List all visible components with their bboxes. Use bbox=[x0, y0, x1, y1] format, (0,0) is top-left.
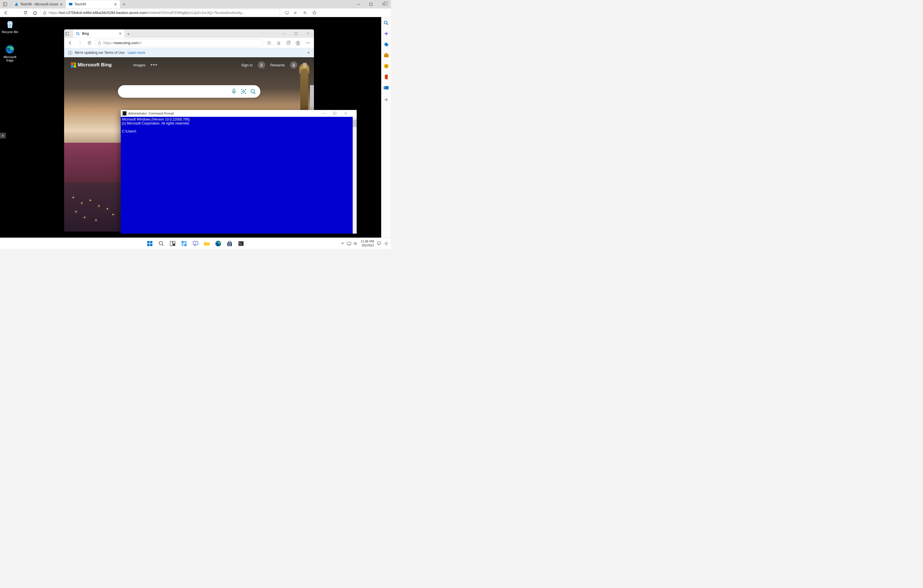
inner-favorites-bar-icon[interactable] bbox=[274, 39, 283, 47]
bastion-clipboard-handle[interactable]: » bbox=[0, 133, 6, 138]
sidebar-collapse-icon[interactable] bbox=[382, 0, 389, 7]
start-button[interactable] bbox=[145, 239, 154, 248]
close-icon[interactable]: ✕ bbox=[119, 31, 122, 36]
bing-search-box[interactable] bbox=[118, 85, 260, 98]
discover-sidebar-icon[interactable] bbox=[383, 31, 389, 36]
inner-refresh-button[interactable] bbox=[85, 39, 94, 47]
svg-point-50 bbox=[70, 52, 71, 52]
home-button[interactable] bbox=[31, 9, 39, 17]
widgets-icon[interactable] bbox=[179, 239, 189, 248]
browser-tab-azure[interactable]: TestVM - Microsoft Azure ✕ bbox=[11, 0, 66, 8]
edge-desktop-icon[interactable]: Microsoft Edge bbox=[0, 44, 20, 62]
search-submit-icon[interactable] bbox=[248, 87, 258, 96]
inner-profile-icon[interactable] bbox=[294, 39, 302, 47]
svg-rect-86 bbox=[238, 241, 243, 246]
new-tab-button[interactable]: + bbox=[120, 2, 128, 7]
cmd-body[interactable]: Microsoft Windows [Version 10.0.22000.79… bbox=[121, 117, 356, 233]
network-icon[interactable] bbox=[347, 241, 351, 246]
svg-rect-78 bbox=[204, 243, 210, 246]
tab-title: TestVM - Microsoft Azure bbox=[20, 2, 58, 6]
back-button[interactable] bbox=[2, 9, 10, 17]
inner-tab-title: Bing bbox=[82, 31, 89, 36]
tools-sidebar-icon[interactable] bbox=[383, 53, 389, 58]
svg-rect-65 bbox=[147, 244, 149, 246]
svg-rect-74 bbox=[181, 244, 184, 246]
bing-nav-more-icon[interactable]: ••• bbox=[151, 62, 158, 68]
tab-actions-icon[interactable] bbox=[1, 0, 9, 8]
visual-search-icon[interactable] bbox=[239, 87, 248, 96]
settings-icon[interactable] bbox=[384, 241, 389, 246]
svg-line-34 bbox=[79, 34, 80, 35]
bing-logo[interactable]: Microsoft Bing bbox=[71, 62, 112, 68]
browser-tab-testvm[interactable]: TestVM ✕ bbox=[66, 0, 120, 8]
lock-icon bbox=[98, 41, 101, 45]
svg-rect-63 bbox=[147, 241, 149, 243]
terms-learn-more-link[interactable]: Learn more bbox=[128, 51, 145, 55]
remote-desktop-viewport[interactable]: Recycle Bin Microsoft Edge » Bing ✕ + bbox=[0, 17, 381, 238]
windows-taskbar: 11:06 PM 8/5/2022 bbox=[0, 238, 391, 249]
bing-rewards-icon[interactable] bbox=[290, 61, 297, 69]
svg-text:O: O bbox=[384, 87, 386, 89]
taskbar-clock[interactable]: 11:06 PM 8/5/2022 bbox=[361, 240, 374, 247]
chat-icon[interactable] bbox=[191, 239, 200, 248]
search-sidebar-icon[interactable] bbox=[383, 20, 389, 26]
cmd-minimize-button[interactable] bbox=[322, 112, 333, 115]
inner-browser-tab[interactable]: Bing ✕ bbox=[73, 30, 125, 38]
bing-rewards-link[interactable]: Rewards bbox=[270, 63, 285, 67]
inner-collections-icon[interactable] bbox=[284, 39, 293, 47]
bing-search-input[interactable] bbox=[123, 89, 229, 94]
file-explorer-icon[interactable] bbox=[202, 239, 211, 248]
inner-menu-icon[interactable] bbox=[303, 39, 312, 47]
svg-line-17 bbox=[387, 24, 388, 25]
minimize-button[interactable] bbox=[352, 0, 365, 8]
bing-hamburger-icon[interactable]: ☰ bbox=[302, 62, 307, 68]
cmd-maximize-button[interactable] bbox=[333, 112, 344, 115]
close-icon[interactable]: ✕ bbox=[60, 2, 63, 7]
tray-chevron-icon[interactable] bbox=[341, 242, 344, 245]
inner-back-button[interactable] bbox=[66, 39, 74, 47]
voice-search-icon[interactable] bbox=[229, 87, 239, 96]
zoom-icon[interactable] bbox=[301, 9, 309, 17]
volume-icon[interactable] bbox=[353, 241, 358, 246]
inner-favorite-icon[interactable] bbox=[264, 39, 273, 47]
close-icon[interactable]: ✕ bbox=[114, 2, 117, 7]
refresh-button[interactable] bbox=[21, 9, 30, 17]
store-icon[interactable] bbox=[225, 239, 234, 248]
bing-nav-images[interactable]: Images bbox=[133, 63, 146, 67]
inner-maximize-button[interactable] bbox=[290, 30, 302, 38]
inner-address-field[interactable]: https://www.bing.com/# bbox=[95, 39, 263, 47]
shopping-sidebar-icon[interactable] bbox=[383, 42, 389, 47]
svg-point-33 bbox=[77, 32, 79, 34]
taskbar-search-icon[interactable] bbox=[157, 239, 166, 248]
inner-tab-actions-icon[interactable] bbox=[65, 32, 73, 36]
cmd-title-bar[interactable]: C:\ Administrator: Command Prompt bbox=[121, 110, 356, 117]
favorites-icon[interactable] bbox=[310, 9, 319, 17]
vm-favicon-icon bbox=[69, 2, 73, 6]
notifications-icon[interactable] bbox=[377, 241, 381, 246]
edge-taskbar-icon[interactable] bbox=[214, 239, 223, 248]
outlook-sidebar-icon[interactable]: O bbox=[383, 85, 389, 90]
svg-rect-8 bbox=[44, 13, 46, 15]
task-view-icon[interactable] bbox=[168, 239, 177, 248]
games-sidebar-icon[interactable] bbox=[383, 63, 389, 69]
cmd-close-button[interactable] bbox=[344, 112, 355, 115]
office-sidebar-icon[interactable] bbox=[383, 74, 389, 80]
cmd-prompt: C:\Users\ bbox=[122, 129, 136, 133]
read-aloud-icon[interactable]: A⁾ bbox=[292, 9, 300, 17]
banner-close-icon[interactable]: ✕ bbox=[307, 51, 310, 55]
inner-minimize-button[interactable] bbox=[278, 30, 290, 38]
bing-signin-link[interactable]: Sign in bbox=[241, 63, 253, 67]
app-available-icon[interactable] bbox=[282, 9, 291, 17]
cmd-scrollbar[interactable] bbox=[353, 117, 356, 233]
recycle-bin-icon[interactable]: Recycle Bin bbox=[0, 20, 20, 34]
svg-rect-2 bbox=[69, 3, 72, 5]
outer-tab-bar: TestVM - Microsoft Azure ✕ TestVM ✕ + bbox=[0, 0, 391, 8]
inner-close-button[interactable] bbox=[302, 30, 314, 38]
maximize-button[interactable] bbox=[365, 0, 377, 8]
inner-new-tab-button[interactable]: + bbox=[125, 31, 133, 36]
address-field[interactable]: https://bst-c375b4cb-e48d-b6ba3dc52fbf.b… bbox=[41, 9, 280, 16]
add-sidebar-icon[interactable] bbox=[383, 97, 389, 103]
svg-rect-59 bbox=[333, 112, 336, 115]
bing-account-icon[interactable] bbox=[258, 61, 265, 69]
terminal-taskbar-icon[interactable] bbox=[236, 239, 246, 248]
